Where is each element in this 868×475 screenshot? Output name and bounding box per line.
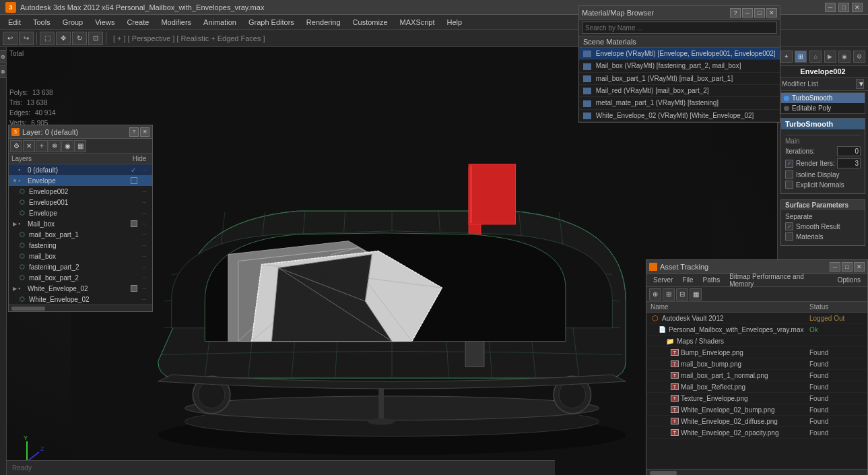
toolbar-select[interactable]: ⬚ xyxy=(40,32,55,45)
at-maximize-button[interactable]: □ xyxy=(842,262,853,272)
modifier-item-editable-poly[interactable]: Editable Poly xyxy=(781,103,865,113)
layers-tb-settings[interactable]: ⚙ xyxy=(10,140,22,152)
layer-checkbox-mailbox[interactable] xyxy=(131,220,137,227)
mb-material-0[interactable]: Envelope (VRayMtl) [Envelope, Envelope00… xyxy=(579,48,780,60)
menu-create[interactable]: Create xyxy=(121,17,154,28)
mb-help-button[interactable]: ? xyxy=(730,8,741,18)
turbosmooth-header[interactable]: TurboSmooth xyxy=(781,119,865,129)
ts-isoline-checkbox[interactable] xyxy=(785,170,793,179)
toolbar-redo[interactable]: ↪ xyxy=(19,32,34,45)
close-button[interactable]: ✕ xyxy=(852,3,863,12)
cmd-tab-display[interactable]: ◉ xyxy=(838,51,850,63)
menu-tools[interactable]: Tools xyxy=(28,17,56,28)
at-item-mail-box-bump[interactable]: T mail_box_bump.png Found xyxy=(646,358,867,370)
surface-params-header[interactable]: Surface Parameters xyxy=(781,200,865,210)
cmd-tab-hierarchy[interactable]: ⌂ xyxy=(809,51,822,63)
ts-explicit-checkbox[interactable] xyxy=(785,181,793,189)
layers-tb-freeze[interactable]: ❄ xyxy=(48,140,61,152)
menu-help[interactable]: Help xyxy=(442,17,468,28)
cmd-tab-motion[interactable]: ▶ xyxy=(824,51,836,63)
cmd-tab-utilities[interactable]: ⚙ xyxy=(853,51,865,63)
layer-row-mail-box-obj[interactable]: ⬡ mail_box ··· xyxy=(9,251,152,261)
layer-row-mail-box[interactable]: ▶ ▪ Mail_box ··· xyxy=(9,218,152,229)
layers-tb-render[interactable]: ▦ xyxy=(74,140,86,152)
layer-row-white-envelope-02-obj[interactable]: ⬡ White_Envelope_02 ··· xyxy=(9,294,152,305)
layers-help-button[interactable]: ? xyxy=(129,127,139,137)
layers-scrollbar-h[interactable] xyxy=(9,305,152,311)
layer-row-fastening[interactable]: ⬡ fastening ··· xyxy=(9,240,152,251)
mb-material-5[interactable]: White_Envelope_02 (VRayMtl) [White_Envel… xyxy=(579,110,780,122)
menu-animation[interactable]: Animation xyxy=(198,17,242,28)
layer-row-envelope[interactable]: ▼ ▪ Envelope ··· xyxy=(9,175,152,186)
at-minimize-button[interactable]: ─ xyxy=(830,262,840,272)
mb-material-1[interactable]: Mail_box (VRayMtl) [fastening_part_2, ma… xyxy=(579,60,780,72)
cmd-tab-modify[interactable]: ⊞ xyxy=(795,51,807,63)
sp-smooth-checkbox[interactable]: ✓ xyxy=(785,222,793,230)
at-tb-btn-3[interactable]: ⊟ xyxy=(676,288,688,300)
at-item-mb-reflect[interactable]: T Mail_box_Reflect.png Found xyxy=(646,381,867,393)
mb-close-button[interactable]: ✕ xyxy=(766,8,777,18)
menu-customize[interactable]: Customize xyxy=(347,17,393,28)
at-menu-file[interactable]: File xyxy=(678,276,697,284)
layer-checkbox-envelope[interactable] xyxy=(131,177,137,184)
at-item-maps-folder[interactable]: 📁 Maps / Shaders xyxy=(646,336,867,347)
toolbar-scale[interactable]: ⊡ xyxy=(88,32,103,45)
layers-tb-delete[interactable]: ✕ xyxy=(23,140,35,152)
cmd-tab-create[interactable]: ✦ xyxy=(780,51,793,63)
at-item-we02-bump[interactable]: T White_Envelope_02_bump.png Found xyxy=(646,404,867,416)
at-item-mbp1-normal[interactable]: T mail_box_part_1_normal.png Found xyxy=(646,370,867,381)
menu-graph-editors[interactable]: Graph Editors xyxy=(243,17,300,28)
layer-row-white-envelope-02[interactable]: ▶ ▪ White_Envelope_02 ··· xyxy=(9,283,152,294)
layer-row-default[interactable]: ▪ 0 (default) ✓ ··· xyxy=(9,164,152,175)
mb-material-2[interactable]: mail_box_part_1 (VRayMtl) [mail_box_part… xyxy=(579,73,780,85)
mb-title-bar[interactable]: Material/Map Browser ? ─ □ ✕ xyxy=(579,6,780,20)
at-item-maxfile[interactable]: 📄 Personal_Mailbox_with_Envelopes_vray.m… xyxy=(646,324,867,336)
minimize-button[interactable]: ─ xyxy=(825,3,836,12)
at-scrollbar-h[interactable] xyxy=(646,469,867,475)
menu-edit[interactable]: Edit xyxy=(3,17,26,28)
layers-close-button[interactable]: ✕ xyxy=(140,127,149,137)
menu-views[interactable]: Views xyxy=(90,17,120,28)
toolbar-rotate[interactable]: ↻ xyxy=(72,32,87,45)
mb-maximize-button[interactable]: □ xyxy=(754,8,765,18)
ts-iterations-input[interactable] xyxy=(837,146,861,156)
menu-maxscript[interactable]: MAXScript xyxy=(395,17,440,28)
mb-material-4[interactable]: metal_mate_part_1 (VRayMtl) [fastening] xyxy=(579,97,780,109)
layer-row-mail-box-part-1[interactable]: ⬡ mail_box_part_1 ··· xyxy=(9,229,152,240)
mb-minimize-button[interactable]: ─ xyxy=(742,8,753,18)
layer-row-fastening-part-2[interactable]: ⬡ fastening_part_2 ··· xyxy=(9,261,152,272)
title-controls[interactable]: ─ □ ✕ xyxy=(825,3,863,12)
toolbar-move[interactable]: ✥ xyxy=(56,32,71,45)
at-close-button[interactable]: ✕ xyxy=(854,262,865,272)
layers-title-bar[interactable]: 3 Layer: 0 (default) ? ✕ xyxy=(9,125,152,139)
layer-checkbox-we02[interactable] xyxy=(131,285,137,292)
at-item-bump-envelope[interactable]: T Bump_Envelope.png Found xyxy=(646,347,867,358)
mb-material-3[interactable]: Mail_red (VRayMtl) [mail_box_part_2] xyxy=(579,85,780,97)
at-menu-bitmap[interactable]: Bitmap Performance and Memory xyxy=(725,272,832,288)
ts-render-items-checkbox[interactable]: ✓ xyxy=(785,160,793,168)
maximize-button[interactable]: □ xyxy=(838,3,849,12)
at-tb-btn-2[interactable]: ⊞ xyxy=(663,288,675,300)
at-item-we02-opacity[interactable]: T White_Envelope_02_opacity.png Found xyxy=(646,427,867,439)
layer-row-envelope001[interactable]: ⬡ Envelope001 ··· xyxy=(9,197,152,208)
at-tb-btn-1[interactable]: ⊕ xyxy=(649,288,661,300)
layers-tb-hide[interactable]: ◉ xyxy=(61,140,73,152)
layer-row-envelope002[interactable]: ⬡ Envelope002 ··· xyxy=(9,186,152,197)
toolbar-undo[interactable]: ↩ xyxy=(3,32,18,45)
at-menu-options[interactable]: Options xyxy=(834,276,865,284)
mb-search-input[interactable] xyxy=(582,22,777,34)
at-menu-server[interactable]: Server xyxy=(649,276,677,284)
at-item-we02-diffuse[interactable]: T White_Envelope_02_diffuse.png Found xyxy=(646,416,867,427)
layer-row-mail-box-part-2[interactable]: ⬡ mail_box_part_2 ··· xyxy=(9,272,152,283)
layers-tb-add[interactable]: + xyxy=(36,140,48,152)
sp-materials-checkbox[interactable] xyxy=(785,232,793,241)
ts-render-items-input[interactable] xyxy=(837,158,861,168)
at-tb-btn-4[interactable]: ▦ xyxy=(690,288,702,300)
modifier-list-dropdown[interactable]: ▼ xyxy=(856,79,864,89)
at-item-vault[interactable]: ⬡ Autodesk Vault 2012 Logged Out xyxy=(646,313,867,324)
layer-row-envelope-obj[interactable]: ⬡ Envelope ··· xyxy=(9,208,152,218)
at-menu-paths[interactable]: Paths xyxy=(699,276,725,284)
menu-group[interactable]: Group xyxy=(57,17,89,28)
at-item-texture-envelope[interactable]: T Texture_Envelope.png Found xyxy=(646,393,867,404)
menu-rendering[interactable]: Rendering xyxy=(301,17,346,28)
